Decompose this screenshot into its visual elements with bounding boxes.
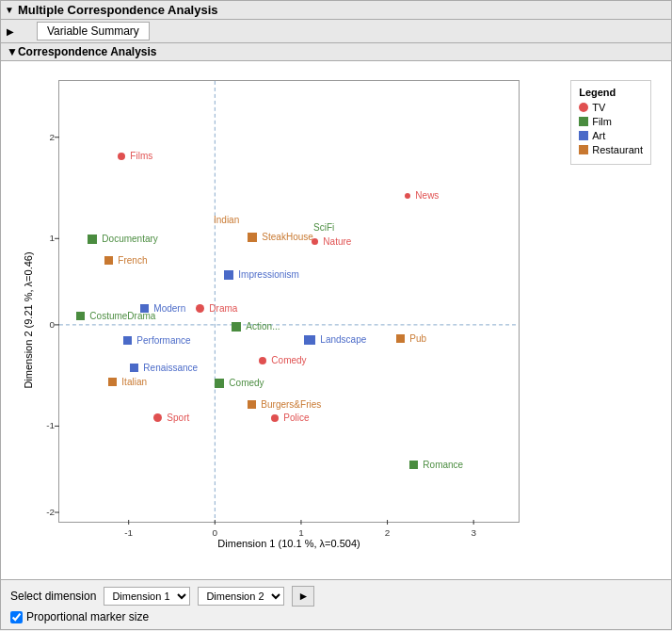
legend-restaurant-label: Restaurant [592,144,643,155]
restaurant-icon [579,145,588,154]
var-summary-arrow[interactable]: ▶ [7,26,14,37]
proportional-marker-checkbox[interactable] [10,611,23,623]
legend: Legend TV Film Art Restaurant [570,80,651,165]
point-pub: Pub [396,332,426,345]
plot-svg: -1 0 1 2 3 2 1 0 -1 -2 [59,81,519,522]
point-sport: Sport [153,411,189,424]
point-landscape: Landscape [304,332,366,346]
dimension1-select[interactable]: Dimension 1 Dimension 2 Dimension 3 [104,587,190,606]
film-icon [579,117,588,126]
svg-text:1: 1 [298,527,304,538]
plot-container: Dimension 2 (9.21 %, λ=0.46) [21,71,651,570]
legend-item-restaurant: Restaurant [579,144,643,155]
legend-art-label: Art [592,130,605,141]
y-axis-label: Dimension 2 (9.21 %, λ=0.46) [23,251,34,388]
point-scifi: SciFi [313,220,334,234]
legend-film-label: Film [592,116,612,127]
swap-dimensions-button[interactable]: ► [292,586,314,607]
svg-text:2: 2 [49,132,55,142]
proportional-marker-row: Proportional marker size [10,610,662,623]
svg-text:2: 2 [385,527,391,538]
chart-area: Dimension 2 (9.21 %, λ=0.46) [0,61,672,580]
legend-item-film: Film [579,116,643,127]
dimension-controls-row: Select dimension Dimension 1 Dimension 2… [10,586,662,607]
variable-summary-tab[interactable]: Variable Summary [37,22,150,40]
svg-text:1: 1 [49,233,55,243]
proportional-marker-label: Proportional marker size [26,610,149,623]
legend-title: Legend [579,87,643,98]
tv-icon [579,103,588,112]
bottom-controls: Select dimension Dimension 1 Dimension 2… [0,580,672,630]
point-impressionism: Impressionism [224,267,299,281]
point-performance: Performance [123,333,191,347]
svg-text:0: 0 [213,527,218,538]
title-collapse-arrow[interactable]: ▼ [5,5,14,15]
point-police: Police [271,411,310,424]
point-costumedrama: CostumeDrama [76,309,155,322]
svg-text:-1: -1 [46,420,55,430]
point-nature: Nature [312,235,351,248]
dimension2-select[interactable]: Dimension 1 Dimension 2 Dimension 3 [198,587,284,606]
legend-item-tv: TV [579,102,643,113]
point-romance: Romance [409,458,463,471]
point-news: News [405,188,439,202]
point-steakhouse: SteakHouse [248,230,313,243]
legend-tv-label: TV [592,102,605,113]
correspondence-analysis-header: ▼ Correspondence Analysis [0,43,672,61]
point-indian: Indian [214,213,239,226]
point-italian: Italian [108,375,147,388]
point-drama: Drama [196,301,237,315]
variable-summary-section: ▶ Variable Summary [0,20,672,43]
svg-text:-1: -1 [124,527,133,538]
plot-inner: -1 0 1 2 3 2 1 0 -1 -2 [58,80,520,523]
corr-collapse-arrow[interactable]: ▼ [7,45,18,58]
point-renaissance: Renaissance [130,361,198,374]
svg-text:0: 0 [49,319,55,330]
point-comedy-film: Comedy [215,376,264,389]
select-dimension-label: Select dimension [10,590,96,603]
title-bar: ▼ Multiple Correspondence Analysis [0,0,672,20]
legend-item-art: Art [579,130,643,141]
point-documentary: Documentary [88,232,158,245]
svg-text:-2: -2 [46,507,55,517]
point-films: Films [118,149,152,162]
corr-title: Correspondence Analysis [18,45,157,58]
x-axis-label: Dimension 1 (10.1 %, λ=0.504) [58,538,520,549]
point-comedy-tv: Comedy [259,353,307,366]
main-title: Multiple Correspondence Analysis [18,3,218,17]
svg-text:3: 3 [471,527,476,538]
art-icon [579,131,588,140]
point-action: Action... [232,319,280,332]
point-burgersfries: Burgers&Fries [248,397,321,411]
main-container: ▼ Multiple Correspondence Analysis ▶ Var… [0,0,672,630]
point-french: French [104,253,147,267]
